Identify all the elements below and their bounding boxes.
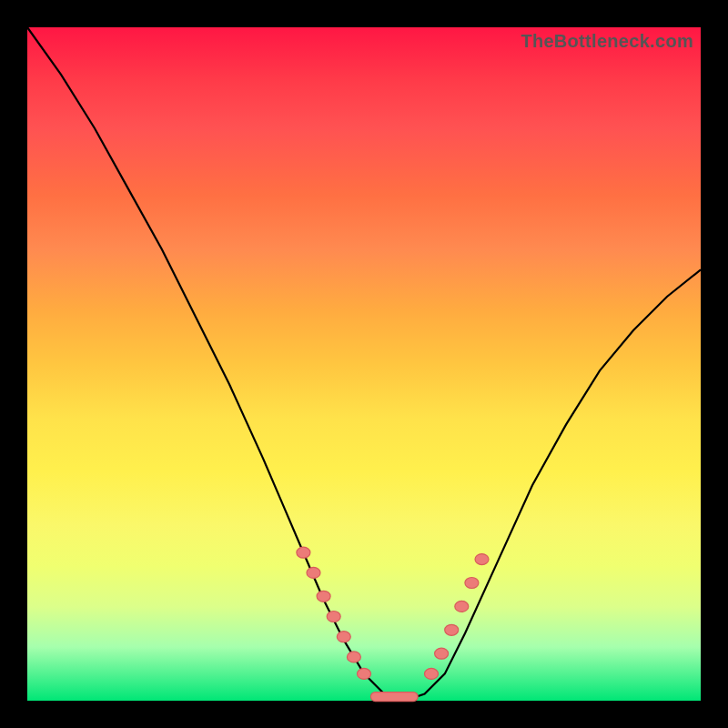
plot-area: TheBottleneck.com bbox=[27, 27, 701, 701]
marker-dot bbox=[307, 567, 320, 578]
markers-right-group bbox=[425, 554, 490, 680]
marker-dot bbox=[445, 624, 459, 635]
markers-left-group bbox=[297, 547, 371, 679]
marker-dot bbox=[465, 578, 479, 589]
bottleneck-curve bbox=[27, 27, 701, 701]
marker-dot bbox=[297, 547, 310, 558]
marker-dot bbox=[337, 632, 350, 642]
marker-dot bbox=[455, 601, 469, 612]
flat-minimum-marker bbox=[370, 693, 418, 702]
chart-overlay bbox=[27, 27, 701, 701]
chart-frame: TheBottleneck.com bbox=[0, 0, 728, 728]
marker-dot bbox=[317, 591, 330, 602]
marker-dot bbox=[435, 648, 449, 659]
marker-dot bbox=[327, 612, 340, 622]
marker-dot bbox=[358, 668, 371, 679]
marker-dot bbox=[425, 668, 439, 679]
marker-dot bbox=[475, 554, 489, 565]
marker-dot bbox=[347, 652, 360, 662]
